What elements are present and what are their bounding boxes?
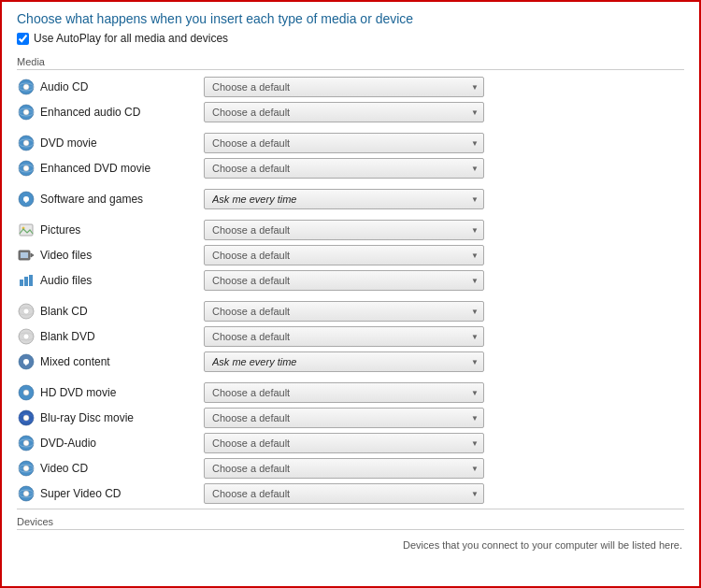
software-games-label: Software and games xyxy=(40,193,143,206)
bluray-select[interactable]: Choose a defaultAsk me every timeOpen fo… xyxy=(204,408,484,428)
software-games-icon: ? xyxy=(17,190,36,208)
pictures-dropdown-col: Choose a defaultAsk me every timeOpen fo… xyxy=(204,220,684,240)
media-row: Enhanced DVD movieChoose a defaultAsk me… xyxy=(17,157,684,179)
label-col-enhanced-dvd-movie: Enhanced DVD movie xyxy=(17,159,204,178)
dvd-movie-label: DVD movie xyxy=(40,136,97,150)
dvd-audio-select-wrapper: Choose a defaultAsk me every timeOpen fo… xyxy=(204,433,484,453)
enhanced-audio-cd-select-wrapper: Choose a defaultAsk me every timeOpen fo… xyxy=(204,102,484,122)
pictures-label: Pictures xyxy=(40,223,80,237)
video-files-select[interactable]: Choose a defaultAsk me every timeOpen fo… xyxy=(204,245,484,265)
label-col-mixed-content: ? Mixed content xyxy=(17,352,204,371)
audio-files-icon xyxy=(17,271,36,290)
svg-rect-22 xyxy=(20,280,23,286)
enhanced-audio-cd-dropdown-col: Choose a defaultAsk me every timeOpen fo… xyxy=(204,102,684,122)
video-cd-select-wrapper: Choose a defaultAsk me every timeOpen fo… xyxy=(204,458,484,479)
audio-cd-select[interactable]: Choose a defaultAsk me every timeOpen fo… xyxy=(204,77,484,97)
autoplay-label[interactable]: Use AutoPlay for all media and devices xyxy=(34,32,228,45)
hd-dvd-movie-select[interactable]: Choose a defaultAsk me every timeOpen fo… xyxy=(204,382,484,403)
media-section-header: Media xyxy=(17,56,684,70)
svg-point-35 xyxy=(23,390,29,395)
bluray-label: Blu-ray Disc movie xyxy=(40,411,134,424)
hd-dvd-movie-select-wrapper: Choose a defaultAsk me every timeOpen fo… xyxy=(204,382,484,403)
label-col-audio-files: Audio files xyxy=(17,271,204,290)
blank-cd-icon xyxy=(17,302,36,321)
software-games-select-wrapper: Choose a defaultAsk me every timeOpen fo… xyxy=(204,189,484,209)
devices-section: Devices Devices that you connect to your… xyxy=(17,509,684,552)
svg-rect-23 xyxy=(24,277,28,286)
bluray-select-wrapper: Choose a defaultAsk me every timeOpen fo… xyxy=(204,408,484,428)
label-col-blank-cd: Blank CD xyxy=(17,302,204,321)
label-col-enhanced-audio-cd: Enhanced audio CD xyxy=(17,103,204,122)
media-row: PicturesChoose a defaultAsk me every tim… xyxy=(17,219,684,241)
bluray-icon xyxy=(17,409,36,427)
software-games-dropdown-col: Choose a defaultAsk me every timeOpen fo… xyxy=(204,189,684,209)
hd-dvd-movie-icon xyxy=(17,383,36,402)
label-col-pictures: Pictures xyxy=(17,221,204,239)
svg-marker-20 xyxy=(31,253,34,257)
audio-files-dropdown-col: Choose a defaultAsk me every timeOpen fo… xyxy=(204,270,684,291)
enhanced-dvd-movie-dropdown-col: Choose a defaultAsk me every timeOpen fo… xyxy=(204,158,684,179)
dvd-audio-icon xyxy=(17,434,36,452)
media-row: HD DVD movieChoose a defaultAsk me every… xyxy=(17,381,684,404)
media-row: Blank DVDChoose a defaultAsk me every ti… xyxy=(17,325,684,348)
svg-point-29 xyxy=(23,334,29,339)
media-row: Enhanced audio CDChoose a defaultAsk me … xyxy=(17,101,684,123)
mixed-content-select-wrapper: Choose a defaultAsk me every timeOpen fo… xyxy=(204,351,484,372)
audio-cd-label: Audio CD xyxy=(40,80,88,93)
blank-cd-dropdown-col: Choose a defaultAsk me every timeOpen fo… xyxy=(204,301,684,322)
media-row: Super Video CDChoose a defaultAsk me eve… xyxy=(17,482,684,505)
media-row: DVD movieChoose a defaultAsk me every ti… xyxy=(17,132,684,154)
enhanced-audio-cd-select[interactable]: Choose a defaultAsk me every timeOpen fo… xyxy=(204,102,484,122)
pictures-icon xyxy=(17,221,36,239)
svg-text:?: ? xyxy=(23,358,29,367)
svg-text:?: ? xyxy=(23,195,29,205)
svg-point-9 xyxy=(23,140,29,146)
audio-files-select[interactable]: Choose a defaultAsk me every timeOpen fo… xyxy=(204,270,484,291)
mixed-content-select[interactable]: Choose a defaultAsk me every timeOpen fo… xyxy=(204,351,484,372)
pictures-select[interactable]: Choose a defaultAsk me every timeOpen fo… xyxy=(204,220,484,240)
blank-dvd-icon xyxy=(17,327,36,346)
video-cd-icon xyxy=(17,459,36,478)
autoplay-checkbox[interactable] xyxy=(17,33,29,45)
label-col-dvd-movie: DVD movie xyxy=(17,134,204,152)
hd-dvd-movie-label: HD DVD movie xyxy=(40,386,116,399)
enhanced-dvd-movie-select-wrapper: Choose a defaultAsk me every timeOpen fo… xyxy=(204,158,484,179)
super-video-cd-select-wrapper: Choose a defaultAsk me every timeOpen fo… xyxy=(204,483,484,504)
video-files-label: Video files xyxy=(40,249,92,262)
label-col-bluray: Blu-ray Disc movie xyxy=(17,409,204,427)
video-cd-select[interactable]: Choose a defaultAsk me every timeOpen fo… xyxy=(204,458,484,479)
label-col-audio-cd: Audio CD xyxy=(17,78,204,96)
dvd-movie-icon xyxy=(17,134,36,152)
video-files-dropdown-col: Choose a defaultAsk me every timeOpen fo… xyxy=(204,245,684,265)
svg-point-26 xyxy=(23,308,29,314)
media-row: Video filesChoose a defaultAsk me every … xyxy=(17,244,684,266)
label-col-video-files: Video files xyxy=(17,246,204,265)
blank-dvd-dropdown-col: Choose a defaultAsk me every timeOpen fo… xyxy=(204,326,684,347)
dvd-audio-dropdown-col: Choose a defaultAsk me every timeOpen fo… xyxy=(204,433,684,453)
audio-cd-dropdown-col: Choose a defaultAsk me every timeOpen fo… xyxy=(204,77,684,97)
label-col-dvd-audio: DVD-Audio xyxy=(17,434,204,452)
page-title: Choose what happens when you insert each… xyxy=(17,11,684,26)
super-video-cd-select[interactable]: Choose a defaultAsk me every timeOpen fo… xyxy=(204,483,484,504)
devices-note: Devices that you connect to your compute… xyxy=(17,536,684,552)
bluray-dropdown-col: Choose a defaultAsk me every timeOpen fo… xyxy=(204,408,684,428)
blank-dvd-select[interactable]: Choose a defaultAsk me every timeOpen fo… xyxy=(204,326,484,347)
blank-cd-select-wrapper: Choose a defaultAsk me every timeOpen fo… xyxy=(204,301,484,322)
enhanced-audio-cd-label: Enhanced audio CD xyxy=(40,106,140,119)
media-row: Audio CDChoose a defaultAsk me every tim… xyxy=(17,76,684,98)
pictures-select-wrapper: Choose a defaultAsk me every timeOpen fo… xyxy=(204,220,484,240)
enhanced-dvd-movie-select[interactable]: Choose a defaultAsk me every timeOpen fo… xyxy=(204,158,484,179)
video-files-select-wrapper: Choose a defaultAsk me every timeOpen fo… xyxy=(204,245,484,265)
devices-section-header: Devices xyxy=(17,516,684,530)
video-cd-dropdown-col: Choose a defaultAsk me every timeOpen fo… xyxy=(204,458,684,479)
dvd-movie-select[interactable]: Choose a defaultAsk me every timeOpen fo… xyxy=(204,133,484,153)
label-col-hd-dvd-movie: HD DVD movie xyxy=(17,383,204,402)
audio-files-label: Audio files xyxy=(40,274,92,287)
media-row: Blu-ray Disc movieChoose a defaultAsk me… xyxy=(17,407,684,429)
dvd-audio-select[interactable]: Choose a defaultAsk me every timeOpen fo… xyxy=(204,433,484,453)
video-cd-label: Video CD xyxy=(40,462,88,475)
blank-cd-label: Blank CD xyxy=(40,305,88,318)
blank-cd-select[interactable]: Choose a defaultAsk me every timeOpen fo… xyxy=(204,301,484,322)
software-games-select[interactable]: Choose a defaultAsk me every timeOpen fo… xyxy=(204,189,484,209)
super-video-cd-label: Super Video CD xyxy=(40,487,122,500)
